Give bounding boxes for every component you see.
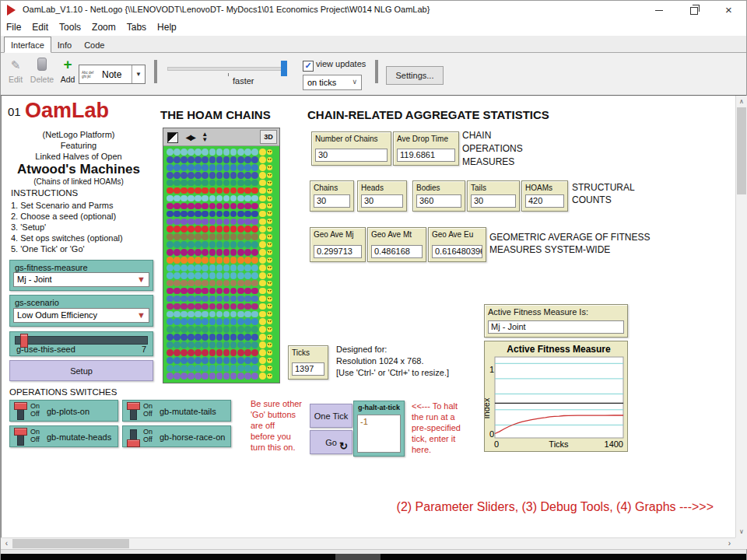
- toggle-handle[interactable]: [14, 402, 27, 410]
- hoam-body-dot: [223, 326, 230, 333]
- update-mode-dropdown[interactable]: on ticks ∨: [303, 75, 362, 90]
- hoam-body-dot: [195, 272, 202, 279]
- menu-zoom[interactable]: Zoom: [86, 19, 121, 33]
- input-value[interactable]: -1: [357, 415, 401, 453]
- menu-tools[interactable]: Tools: [54, 19, 86, 33]
- scroll-up-arrow[interactable]: ∧: [736, 96, 747, 107]
- hoam-body-dot: [223, 334, 230, 341]
- hoam-body-dot: [216, 211, 223, 218]
- scroll-left-arrow[interactable]: ‹: [1, 538, 12, 549]
- chooser-label: gs-fitness-measure: [10, 261, 153, 272]
- hoam-body-dot: [223, 172, 230, 179]
- setup-button[interactable]: Setup: [9, 360, 153, 381]
- netlogo-window: OamLab_V1.10 - NetLogo {\\LENOVODT\Lenov…: [0, 0, 747, 560]
- monitor-bodies: Bodies360: [412, 180, 465, 212]
- vertical-scroll-thumb[interactable]: [737, 107, 746, 194]
- resize-horizontal-icon[interactable]: ◀▶: [185, 133, 194, 142]
- chain-row: [167, 280, 276, 287]
- input-g-halt-at-tick[interactable]: g-halt-at-tick -1: [353, 401, 405, 457]
- chevron-down-icon: ∨: [352, 78, 357, 86]
- toggle-handle[interactable]: [127, 402, 140, 410]
- chain-head-smiley: [267, 366, 272, 371]
- delete-button[interactable]: Delete: [29, 58, 55, 84]
- scroll-right-arrow[interactable]: ›: [724, 538, 735, 549]
- chooser-select[interactable]: Low Odum Efficiency ▼: [13, 308, 149, 323]
- 3d-button[interactable]: 3D: [260, 130, 277, 144]
- hoam-body-dot: [230, 272, 237, 279]
- close-button[interactable]: ×: [711, 1, 746, 19]
- chooser-select[interactable]: Mj - Joint ▼: [13, 272, 149, 287]
- restore-icon: [690, 7, 698, 15]
- hoam-body-dot: [195, 156, 202, 163]
- chain-operations-caption: CHAINOPERATIONSMEASURES: [462, 129, 523, 169]
- checkbox-box[interactable]: ✓: [303, 61, 314, 72]
- hoam-body-dot: [174, 187, 181, 194]
- hoam-body-dot: [230, 280, 237, 287]
- chain-head-dot: [259, 180, 266, 187]
- slider-track[interactable]: [15, 336, 148, 345]
- chooser-gs-fitness-measure[interactable]: gs-fitness-measure Mj - Joint ▼: [9, 260, 153, 291]
- hoam-body-dot: [174, 180, 181, 187]
- hoam-body-dot: [202, 211, 209, 218]
- switch-gb-mutate-tails[interactable]: OnOffgb-mutate-tails: [122, 400, 231, 422]
- hoam-body-dot: [188, 303, 195, 310]
- text-line: GEOMETRIC AVERAGE OF FITNESS: [489, 231, 650, 243]
- hoam-body-dot: [181, 195, 188, 202]
- horizontal-scroll-thumb[interactable]: [12, 539, 129, 548]
- switch-gb-plots-on[interactable]: OnOffgb-plots-on: [9, 400, 118, 422]
- restore-button[interactable]: [676, 1, 711, 19]
- scroll-down-arrow[interactable]: ∨: [736, 526, 747, 537]
- hoam-body-dot: [216, 149, 223, 156]
- toggle-handle[interactable]: [14, 428, 27, 436]
- widget-type-dropdown[interactable]: Abc defghi jkl Note ▼: [79, 65, 146, 84]
- check-icon: ✓: [304, 61, 311, 70]
- tab-interface[interactable]: Interface: [4, 37, 51, 53]
- monitor-ticks: Ticks 1397: [288, 345, 328, 380]
- toggle-handle[interactable]: [127, 439, 140, 447]
- vertical-scrollbar[interactable]: ∧ ∨: [735, 96, 747, 537]
- hoam-body-dot: [230, 180, 237, 187]
- tab-info[interactable]: Info: [51, 37, 78, 52]
- hoam-body-dot: [237, 249, 244, 256]
- hoam-body-dot: [244, 203, 251, 210]
- go-button[interactable]: Go ↻: [310, 430, 352, 454]
- hoam-body-dot: [223, 341, 230, 348]
- add-button[interactable]: + Add: [57, 58, 79, 84]
- resize-diagonal-icon[interactable]: [167, 132, 178, 143]
- hoam-body-dot: [244, 303, 251, 310]
- menu-file[interactable]: File: [1, 19, 26, 33]
- minimize-button[interactable]: [641, 1, 676, 19]
- speed-slider-handle[interactable]: [281, 61, 287, 76]
- chain-row: [167, 218, 276, 225]
- menu-tabs[interactable]: Tabs: [121, 19, 152, 33]
- hoam-body-dot: [244, 296, 251, 303]
- hoam-body-dot: [237, 226, 244, 233]
- chooser-gs-scenario[interactable]: gs-scenario Low Odum Efficiency ▼: [9, 295, 153, 327]
- hoam-body-dot: [202, 233, 209, 240]
- resize-vertical-icon[interactable]: ▲▼: [202, 131, 208, 142]
- monitor-value: 30: [314, 194, 350, 208]
- tab-code[interactable]: Code: [78, 37, 110, 52]
- switch-name: gb-mutate-tails: [160, 407, 216, 416]
- edit-button[interactable]: ✎ Edit: [2, 58, 29, 84]
- hoam-body-dot: [209, 257, 216, 264]
- switch-gb-horse-race-on[interactable]: OnOffgb-horse-race-on: [122, 425, 231, 447]
- instruction-line: 3. 'Setup': [11, 222, 123, 233]
- one-tick-button[interactable]: One Tick: [310, 404, 352, 428]
- hoam-body-dot: [209, 249, 216, 256]
- speed-slider-track[interactable]: [167, 67, 287, 71]
- menu-edit[interactable]: Edit: [26, 19, 54, 33]
- view-updates-checkbox[interactable]: ✓ view updates: [303, 59, 366, 72]
- hoam-body-dot: [216, 180, 223, 187]
- hoam-body-dot: [237, 149, 244, 156]
- hoam-body-dot: [209, 172, 216, 179]
- hoam-body-dot: [202, 249, 209, 256]
- settings-button[interactable]: Settings...: [386, 66, 444, 85]
- speed-slider-label: faster: [233, 76, 254, 86]
- horizontal-scrollbar[interactable]: ‹ ›: [1, 537, 735, 549]
- hoam-body-dot: [202, 187, 209, 194]
- hoam-body-dot: [181, 241, 188, 248]
- switch-gb-mutate-heads[interactable]: OnOffgb-mutate-heads: [9, 425, 118, 447]
- menu-help[interactable]: Help: [152, 19, 182, 33]
- slider-g-use-this-seed[interactable]: g-use-this-seed 7: [9, 331, 153, 356]
